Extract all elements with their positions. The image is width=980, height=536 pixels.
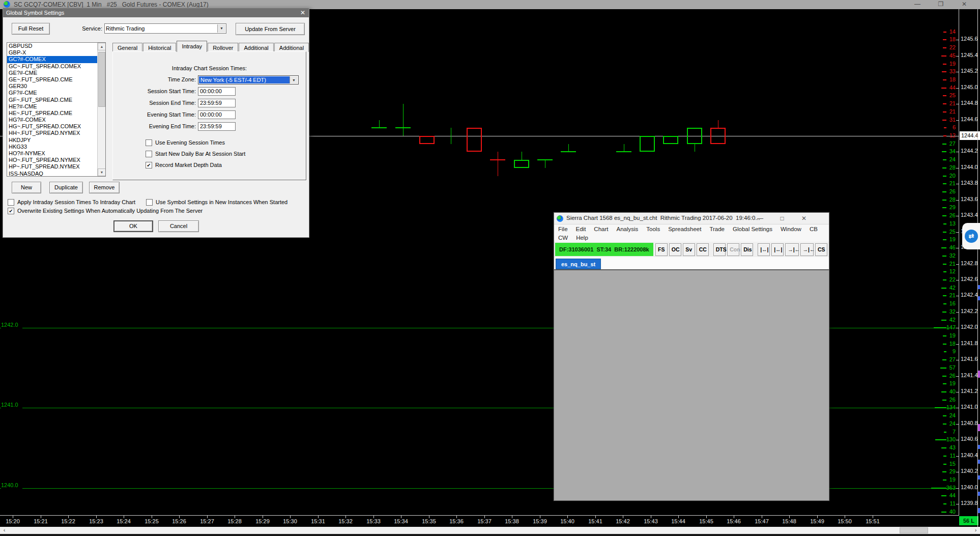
scroll-right-arrow[interactable]: ›: [971, 527, 980, 534]
menu-chart[interactable]: Chart: [590, 226, 612, 232]
horizontal-scrollbar[interactable]: ‹ ›: [0, 527, 980, 534]
tab-additional-2[interactable]: Additional 2: [274, 43, 309, 52]
symbol-list-item[interactable]: GBP-X: [7, 49, 105, 56]
symbol-list-item[interactable]: HO?#-NYMEX: [7, 150, 105, 157]
symbol-list-item[interactable]: GF~.FUT_SPREAD.CME: [7, 97, 105, 103]
tab-rollover[interactable]: Rollover: [208, 43, 238, 52]
symbol-list-item[interactable]: HKDJPY: [7, 137, 105, 144]
settings-tabstrip: GeneralHistoricalIntradayRolloverAdditio…: [112, 41, 309, 52]
time-input[interactable]: 23:59:59: [198, 99, 236, 107]
checkbox[interactable]: [146, 151, 152, 157]
toolbar-button-con[interactable]: Con: [727, 243, 739, 256]
menu-bar-row-2: CWHelp: [554, 233, 829, 242]
maximize-button[interactable]: □: [777, 214, 787, 223]
chartbook-tab[interactable]: es_nq_bu_st: [556, 259, 601, 269]
vp-volume: 44: [934, 84, 956, 91]
scrollbar-thumb[interactable]: [900, 527, 928, 533]
symbol-list-item[interactable]: HG?#-COMEX: [7, 117, 105, 123]
menu-cb[interactable]: CB: [805, 226, 822, 232]
time-label: 15:35: [418, 518, 440, 524]
duplicate-button[interactable]: Duplicate: [49, 182, 83, 193]
dialog-close-button[interactable]: ✕: [299, 8, 307, 17]
menu-edit[interactable]: Edit: [572, 226, 590, 232]
toolbar-button-dis[interactable]: Dis: [741, 243, 753, 256]
teamviewer-panel-tab[interactable]: ⇄: [962, 223, 980, 249]
tab-intraday[interactable]: Intraday: [177, 41, 207, 52]
symbol-list-item[interactable]: HE?#-CME: [7, 103, 105, 110]
symbol-list-item[interactable]: GE~.FUT_SPREAD.CME: [7, 76, 105, 83]
toolbar-button-sv[interactable]: Sv: [683, 243, 695, 256]
child-window-titlebar[interactable]: Sierra Chart 1568 es_nq_bu_st.cht Rithmi…: [554, 213, 829, 224]
symbol-list-item[interactable]: GER30: [7, 83, 105, 90]
toolbar-button-[interactable]: |↔|: [758, 243, 770, 256]
symbol-list[interactable]: GBPUSDGBP-XGC?#-COMEXGC~.FUT_SPREAD.COME…: [7, 42, 106, 177]
cancel-button[interactable]: Cancel: [158, 220, 199, 232]
time-input[interactable]: 23:59:59: [198, 122, 236, 131]
symbol-list-item[interactable]: HP~.FUT_SPREAD.NYMEX: [7, 163, 105, 170]
menu-cw[interactable]: CW: [554, 235, 572, 241]
checkbox[interactable]: ✔: [8, 208, 14, 214]
time-input[interactable]: 00:00:00: [198, 110, 236, 119]
update-from-server-button[interactable]: Update From Server: [236, 23, 305, 35]
ok-button[interactable]: OK: [113, 220, 153, 232]
chevron-down-icon[interactable]: ▼: [290, 76, 298, 83]
symbol-list-scrollbar[interactable]: ▲ ▼: [97, 43, 105, 176]
remove-button[interactable]: Remove: [89, 182, 120, 193]
toolbar-button-[interactable]: |↔|: [771, 243, 784, 256]
toolbar-button-[interactable]: →|←: [800, 243, 814, 256]
service-dropdown[interactable]: Rithmic Trading ▼: [104, 23, 226, 34]
menu-file[interactable]: File: [554, 226, 572, 232]
chevron-down-icon[interactable]: ▼: [217, 24, 225, 33]
menu-analysis[interactable]: Analysis: [612, 226, 642, 232]
symbol-list-item[interactable]: HH~.FUT_SPREAD.NYMEX: [7, 130, 105, 136]
menu-help[interactable]: Help: [572, 235, 592, 241]
dialog-titlebar[interactable]: Global Symbol Settings ✕: [3, 8, 309, 17]
menu-window[interactable]: Window: [776, 226, 805, 232]
toolbar-button-[interactable]: →|←: [785, 243, 798, 256]
vp-volume: 19: [934, 332, 956, 339]
menu-bar-row-1: FileEditChartAnalysisToolsSpreadsheetTra…: [554, 224, 829, 233]
symbol-list-item[interactable]: HE~.FUT_SPREAD.CME: [7, 110, 105, 117]
symbol-list-item[interactable]: GC~.FUT_SPREAD.COMEX: [7, 63, 105, 70]
left-price-label: 1241.0: [1, 402, 22, 409]
menu-trade[interactable]: Trade: [705, 226, 729, 232]
checkbox[interactable]: [146, 139, 152, 146]
checkbox[interactable]: ✔: [146, 162, 152, 168]
symbol-list-item[interactable]: HG~.FUT_SPREAD.COMEX: [7, 123, 105, 130]
toolbar-button-oc[interactable]: OC: [669, 243, 681, 256]
symbol-list-item[interactable]: GC?#-COMEX: [7, 56, 105, 63]
symbol-list-item[interactable]: HO~.FUT_SPREAD.NYMEX: [7, 157, 105, 163]
symbol-list-item[interactable]: GE?#-CME: [7, 70, 105, 76]
menu-global-settings[interactable]: Global Settings: [729, 226, 776, 232]
vp-volume: 21: [934, 292, 956, 299]
scroll-down-icon[interactable]: ▼: [98, 168, 106, 176]
full-reset-button[interactable]: Full Reset: [12, 23, 50, 35]
symbol-list-item[interactable]: GBPUSD: [7, 43, 105, 49]
symbol-list-item[interactable]: GF?#-CME: [7, 90, 105, 96]
minimize-button[interactable]: —: [755, 214, 765, 223]
toolbar-button-fs[interactable]: FS: [655, 243, 668, 256]
menu-tools[interactable]: Tools: [642, 226, 664, 232]
time-input[interactable]: 00:00:00: [198, 87, 236, 96]
checkbox[interactable]: [146, 199, 153, 206]
symbol-list-item[interactable]: ISS-NASDAQ: [7, 171, 105, 177]
tab-general[interactable]: General: [112, 43, 142, 52]
menu-spreadsheet[interactable]: Spreadsheet: [664, 226, 705, 232]
symbol-scroll-thumb[interactable]: [98, 52, 105, 107]
symbol-list-item[interactable]: HKG33: [7, 144, 105, 150]
child-window-body[interactable]: [554, 270, 829, 500]
toolbar-button-dts[interactable]: DTS: [713, 243, 726, 256]
time-label: 15:47: [751, 518, 773, 524]
toolbar-button-cc[interactable]: CC: [697, 243, 709, 256]
new-button[interactable]: New: [12, 182, 41, 193]
toolbar-button-cs[interactable]: CS: [815, 243, 827, 256]
scroll-left-arrow[interactable]: ‹: [0, 527, 9, 534]
tab-historical[interactable]: Historical: [143, 43, 176, 52]
vp-volume: 34: [934, 148, 956, 155]
close-button[interactable]: ✕: [799, 214, 809, 223]
checkbox[interactable]: [8, 199, 14, 206]
tab-additional[interactable]: Additional: [239, 43, 273, 52]
scroll-up-icon[interactable]: ▲: [98, 43, 106, 50]
time-zone-dropdown[interactable]: New York (-5 EST/-4 EDT)▼: [198, 75, 299, 84]
time-label: 15:36: [445, 518, 468, 524]
